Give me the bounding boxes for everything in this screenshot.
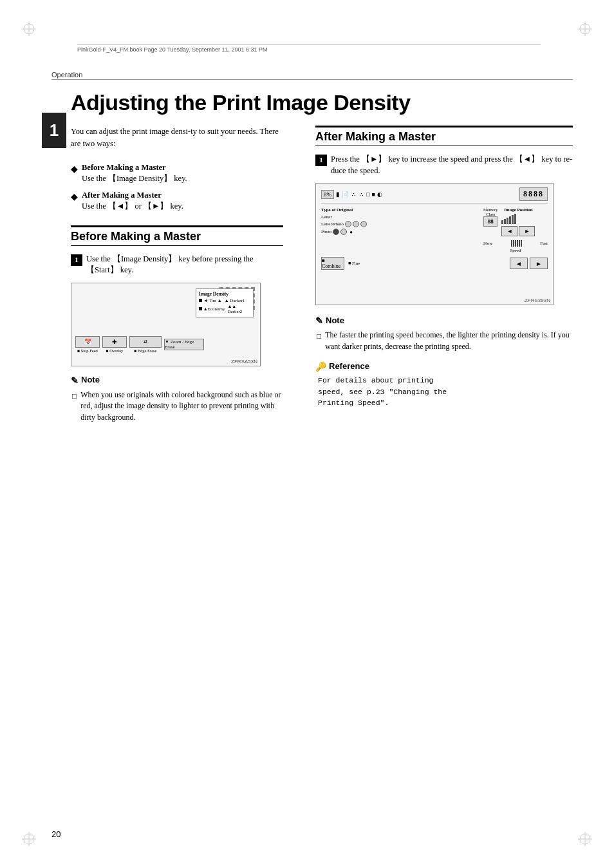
- speed-ticks: [501, 214, 535, 224]
- edge-erase-btn: ⇄ ■ Edge Erase: [129, 336, 162, 353]
- tick-4: [509, 216, 511, 224]
- combine-btn[interactable]: ■ Combine: [321, 257, 344, 270]
- density-darker2: ▲▲ Darker2: [227, 304, 250, 314]
- circle-btn-1[interactable]: [345, 221, 351, 227]
- overlay-label: ■ Overlay: [106, 348, 124, 353]
- nav-left-btn[interactable]: ◄: [510, 258, 528, 269]
- note-text-right: The faster the printing speed becomes, t…: [325, 330, 573, 352]
- speed-label: Speed: [483, 248, 548, 253]
- after-master-section: After Making a Master 1 Press the 【►】 ke…: [315, 126, 573, 408]
- left-column: You can adjust the print image densi-ty …: [71, 126, 283, 426]
- overlay-btn: ✚ ■ Overlay: [102, 336, 127, 353]
- step-number-1: 1: [71, 254, 82, 266]
- img-pos-label: Image Position: [501, 207, 535, 212]
- tick-5: [512, 215, 514, 224]
- tick-6: [514, 214, 516, 224]
- zoom-icon: ▼ Zoom / Edge Erase: [164, 339, 204, 350]
- sbar-1: [511, 240, 512, 247]
- note-title-right: ✎ Note: [315, 314, 573, 327]
- edge-erase-label: ■ Edge Erase: [135, 348, 157, 353]
- img-pos-left-btn[interactable]: ◄: [501, 226, 517, 236]
- memory-label: Memory: [483, 207, 498, 212]
- status-icon-2: ▮: [336, 191, 340, 198]
- corner-mark-tr: [575, 19, 595, 39]
- note-box-right: ✎ Note □ The faster the printing speed b…: [315, 314, 573, 408]
- density-darker1: ▲ Darker1: [225, 298, 245, 303]
- page: PinkGold-F_V4_FM.book Page 20 Tuesday, S…: [0, 0, 614, 868]
- diagram-code-left: ZFRSA53N: [231, 359, 257, 364]
- before-master-header: Before Making a Master: [71, 225, 283, 246]
- type-letter-row: Letter: [321, 214, 479, 220]
- fine-btn: ■ Fine: [348, 261, 360, 266]
- note-item-left: □ When you use originals with colored ba…: [71, 390, 283, 423]
- page-title: Adjusting the Print Image Density: [71, 90, 411, 115]
- speed-bar: [511, 240, 522, 247]
- tick-3: [507, 218, 508, 224]
- sbar-2: [513, 240, 514, 247]
- circle-btn-2[interactable]: [353, 221, 359, 227]
- after-master-title: After Making a Master: [315, 130, 573, 144]
- note-text-left: When you use originals with colored back…: [80, 390, 283, 423]
- circle-btn-6[interactable]: ●: [349, 229, 353, 235]
- panel-bottom-row: ■ Combine ■ Fine ◄ ►: [321, 257, 548, 270]
- density-sq-2: [199, 307, 202, 310]
- density-title: Image Density: [199, 291, 250, 297]
- sbar-3: [515, 240, 516, 247]
- before-master-section: Before Making a Master 1 Use the 【Image …: [71, 225, 283, 423]
- corner-mark-tl: [19, 19, 39, 39]
- memory-row: Memory Class 88 Image Position: [483, 207, 548, 238]
- panel-left-inner: Image Density ◄ Tint ▲ ▲ Darker1 ▲Econom…: [71, 283, 260, 366]
- section-label-line: [51, 79, 573, 80]
- bullet-before-master: ◆ Before Making a Master Use the 【Image …: [71, 162, 283, 185]
- type-orig-label: Type of Original: [321, 207, 479, 212]
- status-icon-4: ⛬: [351, 191, 357, 198]
- step-number-2: 1: [315, 155, 327, 166]
- bullet-diamond-2: ◆: [71, 191, 78, 212]
- panel-diagram-left: Image Density ◄ Tint ▲ ▲ Darker1 ▲Econom…: [71, 283, 261, 366]
- circle-btn-3[interactable]: [360, 221, 367, 227]
- density-box: Image Density ◄ Tint ▲ ▲ Darker1 ▲Econom…: [196, 288, 254, 317]
- corner-mark-bl: [19, 829, 39, 849]
- note-checkbox-right: □: [317, 331, 321, 352]
- circle-btn-5[interactable]: [340, 229, 347, 235]
- note-title-left: ✎ Note: [71, 374, 283, 387]
- diagram-code-right: ZFRS393N: [525, 297, 550, 303]
- slow-label: Slow: [483, 241, 492, 246]
- after-master-header: After Making a Master: [315, 126, 573, 146]
- reference-text: For details about printingspeed, see p.2…: [315, 375, 573, 408]
- sbar-6: [521, 240, 522, 247]
- img-pos-right-btn[interactable]: ►: [519, 226, 535, 236]
- chapter-badge: 1: [42, 113, 66, 148]
- memory-display: Memory Class 88: [483, 207, 498, 238]
- note-icon-right: ✎: [315, 314, 323, 327]
- reference-title: 🔑 Reference: [315, 360, 573, 373]
- type-letter-label: Letter: [321, 214, 332, 220]
- panel-diagram-right: 8% ▮ 📄 ⛬ ⛬ □ ■ ◐ 8888: [315, 183, 554, 305]
- status-icon-7: ■: [371, 191, 375, 198]
- bullet-diamond-1: ◆: [71, 163, 78, 185]
- step-text-1: Use the 【Image Density】 key before press…: [86, 254, 283, 276]
- panel-right-inner: 8% ▮ 📄 ⛬ ⛬ □ ■ ◐ 8888: [316, 184, 553, 305]
- bullet-after-master: ◆ After Making a Master Use the 【◄】 or 【…: [71, 190, 283, 212]
- note-box-left: ✎ Note □ When you use originals with col…: [71, 374, 283, 423]
- type-photo-row: Photo ●: [321, 229, 479, 235]
- status-icon-6: □: [366, 191, 369, 198]
- corner-mark-br: [575, 829, 595, 849]
- type-photo-label: Photo: [321, 229, 331, 234]
- circle-btn-4[interactable]: [333, 229, 339, 235]
- section-label: Operation: [51, 71, 82, 79]
- tick-1: [501, 220, 503, 224]
- nav-right-btn[interactable]: ►: [530, 258, 548, 269]
- bottom-buttons: 📅 ■ Skip Feed ✚ ■ Overlay ⇄ ■ Edge Erase: [75, 336, 204, 353]
- edge-erase-icon: ⇄: [129, 336, 162, 348]
- panel-mid: Type of Original Letter Letter/Photo: [321, 207, 548, 253]
- memory-image-area: Memory Class 88 Image Position: [483, 207, 548, 253]
- display-counter: 8888: [519, 187, 548, 201]
- page-number: 20: [51, 829, 60, 839]
- note-item-right: □ The faster the printing speed becomes,…: [315, 330, 573, 352]
- status-icon-8: ◐: [377, 191, 382, 198]
- note-checkbox-left: □: [72, 391, 77, 423]
- status-icon-3: 📄: [342, 191, 349, 198]
- file-info: PinkGold-F_V4_FM.book Page 20 Tuesday, S…: [77, 44, 541, 53]
- bullet-text-1: Before Making a Master Use the 【Image De…: [82, 162, 187, 185]
